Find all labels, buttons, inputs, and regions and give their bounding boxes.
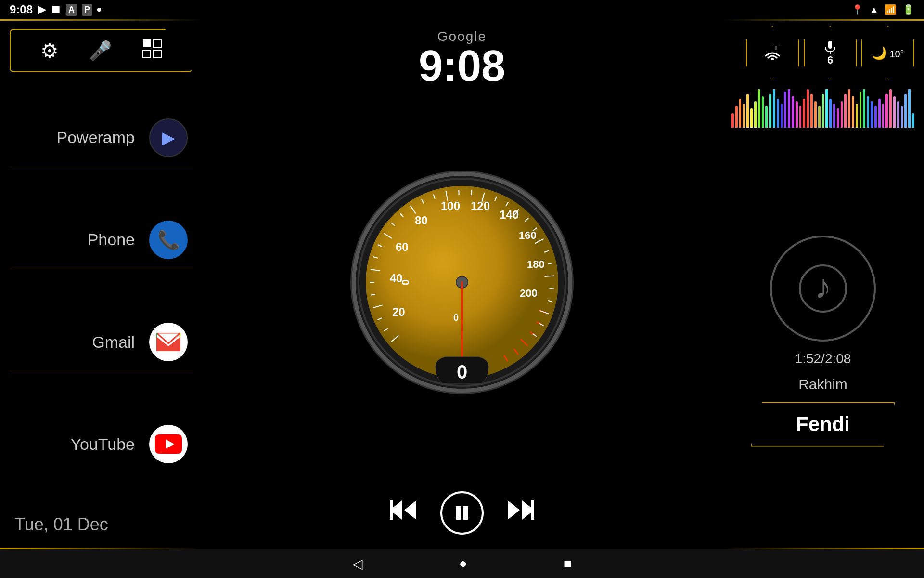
svg-rect-71: [463, 506, 468, 520]
dot-icon: [97, 8, 101, 12]
svg-rect-78: [828, 41, 832, 49]
date-display: Tue, 01 Dec: [0, 505, 202, 549]
apps-icon[interactable]: [142, 39, 162, 63]
speedometer-container: 0 20 40 60 80 100 120 140 160 180 200 0: [346, 83, 578, 482]
svg-line-60: [550, 289, 554, 289]
svg-marker-72: [508, 500, 520, 520]
svg-rect-70: [456, 506, 461, 520]
svg-rect-0: [143, 39, 151, 47]
center-panel: Google 9:08: [202, 19, 722, 549]
app-label-phone: Phone: [88, 230, 135, 249]
app-item-gmail[interactable]: Gmail: [10, 314, 192, 370]
track-title: Fendi: [751, 402, 895, 447]
status-left: 9:08 ▶ ⏹ A P: [10, 3, 101, 16]
equalizer: [732, 89, 914, 128]
app-icon-youtube[interactable]: [149, 425, 188, 463]
play-icon: ▶: [38, 3, 46, 16]
parking-icon: P: [82, 4, 92, 16]
svg-rect-3: [154, 50, 161, 58]
widget-mic[interactable]: 6: [804, 26, 857, 79]
svg-text:40: 40: [390, 272, 403, 285]
svg-rect-68: [390, 500, 393, 520]
time-value: 9:08: [419, 44, 505, 88]
svg-text:180: 180: [527, 258, 545, 270]
main-content: ⚙ 🎤 Poweramp ▶ Phone: [0, 19, 924, 549]
speedometer-svg: 0 20 40 60 80 100 120 140 160 180 200 0: [346, 167, 578, 398]
svg-line-59: [545, 276, 554, 276]
battery-icon: 🔋: [902, 4, 914, 15]
signal-icon: 📶: [885, 4, 897, 15]
speed-value: 0: [457, 361, 467, 382]
widget-mic-value: 6: [827, 54, 833, 66]
svg-text:0: 0: [453, 312, 459, 323]
nav-bar: ◁ ● ■: [0, 549, 924, 578]
svg-text:80: 80: [415, 214, 428, 227]
app-label-youtube: YouTube: [70, 435, 135, 454]
svg-text:60: 60: [396, 240, 409, 253]
right-panel: 6 🌙 10° ♪ 1:52/2:08 Rakhim F: [722, 19, 924, 549]
svg-text:♪: ♪: [815, 268, 832, 305]
status-right: 📍 ▲ 📶 🔋: [851, 4, 914, 15]
status-bar: 9:08 ▶ ⏹ A P 📍 ▲ 📶 🔋: [0, 0, 924, 19]
playback-controls: [387, 482, 537, 549]
track-time: 1:52/2:08: [795, 351, 851, 367]
app-list: Poweramp ▶ Phone 📞 Gmail: [0, 77, 202, 505]
widget-wifi[interactable]: [746, 26, 799, 79]
svg-text:120: 120: [471, 199, 490, 212]
next-button[interactable]: [508, 498, 537, 528]
widget-temp: 10°: [889, 49, 904, 59]
settings-icon[interactable]: ⚙: [40, 39, 59, 63]
app-label-poweramp: Poweramp: [56, 128, 135, 147]
svg-rect-1: [154, 39, 161, 47]
pause-button[interactable]: [440, 491, 484, 535]
widget-weather[interactable]: 🌙 10°: [861, 26, 914, 79]
recents-button[interactable]: ■: [564, 556, 572, 571]
svg-line-49: [471, 190, 472, 195]
location-icon: 📍: [851, 4, 863, 15]
app-icon-gmail[interactable]: [149, 323, 188, 361]
svg-rect-2: [143, 50, 151, 58]
left-panel: ⚙ 🎤 Poweramp ▶ Phone: [0, 19, 202, 549]
svg-text:140: 140: [500, 208, 519, 221]
app-item-poweramp[interactable]: Poweramp ▶: [10, 110, 192, 166]
svg-line-36: [371, 294, 375, 295]
app-item-phone[interactable]: Phone 📞: [10, 212, 192, 268]
svg-text:20: 20: [392, 305, 405, 318]
toolbar: ⚙ 🎤: [10, 29, 192, 72]
svg-point-75: [771, 58, 774, 60]
date-text: Tue, 01 Dec: [14, 514, 108, 534]
svg-text:200: 200: [520, 287, 538, 299]
app-item-youtube[interactable]: YouTube: [10, 416, 192, 472]
app-icon-poweramp[interactable]: ▶: [149, 118, 188, 157]
stop-icon: ⏹: [51, 3, 61, 16]
svg-rect-74: [531, 500, 534, 520]
a-icon: A: [66, 4, 77, 16]
music-player: ♪ 1:52/2:08 Rakhim Fendi: [722, 132, 924, 549]
app-label-gmail: Gmail: [92, 333, 135, 352]
app-icon-phone[interactable]: 📞: [149, 221, 188, 259]
home-button[interactable]: ●: [459, 556, 467, 571]
svg-text:100: 100: [441, 199, 460, 212]
widgets-bar: 6 🌙 10°: [722, 19, 924, 84]
music-icon: ♪: [770, 236, 876, 342]
prev-button[interactable]: [387, 498, 416, 528]
track-artist: Rakhim: [798, 376, 847, 393]
svg-text:160: 160: [519, 229, 537, 241]
wifi-status-icon: ▲: [869, 4, 879, 15]
mic-icon[interactable]: 🎤: [89, 40, 112, 61]
svg-marker-69: [404, 500, 416, 520]
time-display: Google 9:08: [419, 19, 505, 92]
back-button[interactable]: ◁: [352, 556, 363, 572]
status-time: 9:08: [10, 3, 33, 16]
